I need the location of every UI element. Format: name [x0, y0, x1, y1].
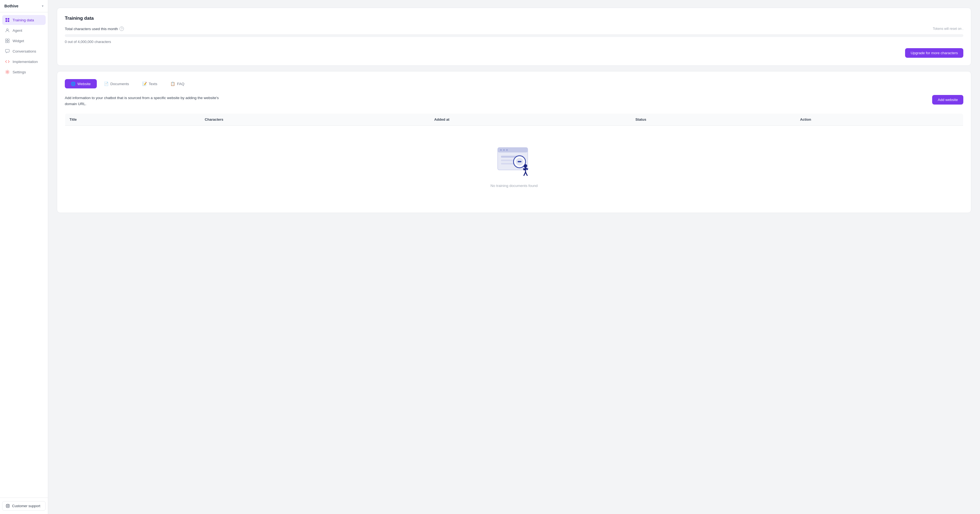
characters-card: Training data Total characters used this…	[57, 8, 971, 66]
page-title: Training data	[65, 16, 963, 21]
col-title: Title	[65, 113, 200, 126]
sidebar-item-conversations[interactable]: Conversations	[2, 46, 46, 56]
svg-rect-0	[5, 18, 7, 20]
col-status: Status	[631, 113, 796, 126]
svg-point-10	[7, 72, 8, 73]
characters-header: Total characters used this month ? Token…	[65, 27, 963, 31]
sidebar-item-label: Agent	[13, 29, 22, 33]
tab-faq[interactable]: 📋 FAQ	[164, 79, 190, 88]
website-table: Title Characters Added at Status Action	[65, 113, 963, 205]
customer-support-button[interactable]: Customer support	[2, 501, 46, 511]
svg-point-17	[506, 149, 508, 151]
svg-rect-8	[8, 41, 9, 43]
characters-label: Total characters used this month ?	[65, 27, 124, 31]
sidebar: Bothive ▾ Training data Agent	[0, 0, 48, 514]
empty-state-text: No training documents found	[490, 184, 538, 188]
svg-rect-6	[8, 39, 9, 40]
sidebar-item-settings[interactable]: Settings	[2, 67, 46, 77]
svg-rect-5	[5, 39, 7, 40]
svg-point-16	[503, 149, 505, 151]
customer-support-label: Customer support	[12, 504, 40, 508]
svg-rect-2	[5, 20, 7, 22]
tab-documents[interactable]: 📄 Documents	[98, 79, 135, 88]
app-name: Bothive	[5, 4, 18, 8]
tab-description: Add information to your chatbot that is …	[65, 95, 229, 107]
upgrade-button[interactable]: Upgrade for more characters	[905, 48, 963, 58]
sidebar-item-agent[interactable]: Agent	[2, 26, 46, 35]
tab-texts[interactable]: 📝 Texts	[136, 79, 164, 88]
tabs-row: 🌐 Website 📄 Documents 📝 Texts 📋 FAQ	[65, 79, 963, 88]
chevron-down-icon: ▾	[42, 4, 43, 8]
help-icon[interactable]: ?	[119, 27, 124, 31]
characters-count: 0 out of 4,000,000 characters	[65, 40, 963, 44]
svg-line-30	[525, 172, 527, 176]
sidebar-item-label: Conversations	[13, 49, 36, 53]
sidebar-footer: Customer support	[0, 498, 48, 514]
faq-icon: 📋	[170, 81, 175, 86]
sidebar-item-label: Implementation	[13, 60, 38, 64]
svg-rect-1	[8, 18, 9, 20]
sidebar-item-implementation[interactable]: Implementation	[2, 57, 46, 67]
globe-icon: 🌐	[71, 81, 75, 86]
svg-rect-19	[501, 160, 513, 161]
tab-website[interactable]: 🌐 Website	[65, 79, 97, 88]
sidebar-item-label: Settings	[13, 70, 26, 74]
svg-rect-9	[5, 49, 9, 52]
svg-rect-7	[5, 41, 7, 43]
app-switcher[interactable]: Bothive ▾	[0, 0, 48, 12]
text-icon: 📝	[142, 81, 147, 86]
svg-rect-14	[498, 147, 528, 152]
progress-bar	[65, 34, 963, 37]
add-website-button[interactable]: Add website	[932, 95, 963, 105]
col-action: Action	[796, 113, 963, 126]
message-icon	[5, 49, 10, 54]
sidebar-item-label: Widget	[13, 39, 24, 43]
user-icon	[5, 28, 10, 33]
svg-point-26	[524, 164, 527, 168]
main-content: Training data Total characters used this…	[48, 0, 980, 514]
sidebar-item-widget[interactable]: Widget	[2, 36, 46, 46]
sidebar-nav: Training data Agent Widget	[0, 12, 48, 498]
code-icon	[5, 59, 10, 64]
col-characters: Characters	[200, 113, 430, 126]
sidebar-item-label: Training data	[13, 18, 34, 22]
empty-illustration	[495, 143, 533, 178]
grid-icon	[5, 18, 10, 22]
svg-rect-20	[501, 163, 515, 164]
characters-label-text: Total characters used this month	[65, 27, 118, 31]
svg-point-15	[500, 149, 502, 151]
content-card: 🌐 Website 📄 Documents 📝 Texts 📋 FAQ Add …	[57, 71, 971, 213]
widget-icon	[5, 38, 10, 43]
description-row: Add information to your chatbot that is …	[65, 95, 963, 107]
svg-rect-3	[8, 20, 9, 22]
support-icon	[6, 504, 10, 508]
empty-state: No training documents found	[70, 129, 959, 201]
document-icon: 📄	[104, 81, 108, 86]
col-added-at: Added at	[430, 113, 631, 126]
empty-state-row: No training documents found	[65, 126, 963, 205]
gear-icon	[5, 70, 10, 75]
sidebar-item-training-data[interactable]: Training data	[2, 15, 46, 25]
tokens-reset-text: Tokens will reset on .	[933, 27, 963, 31]
svg-point-4	[6, 29, 8, 30]
svg-rect-23	[518, 161, 522, 162]
